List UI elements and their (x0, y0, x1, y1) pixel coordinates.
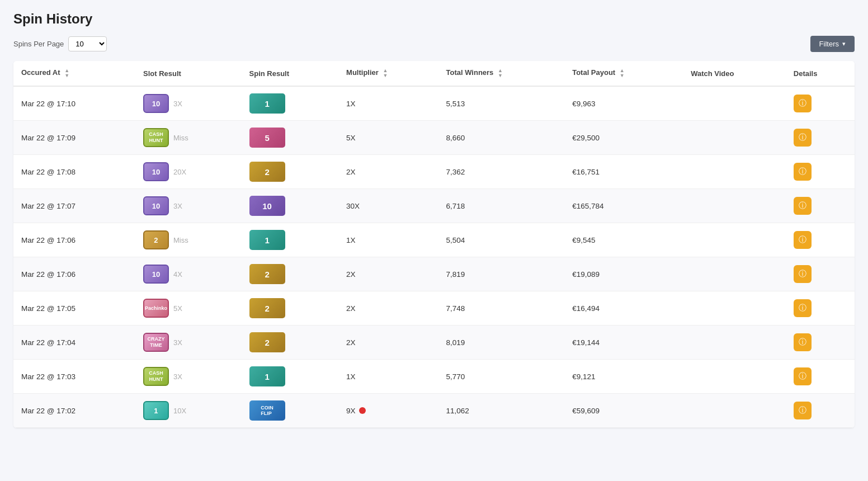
detail-button[interactable]: ⓘ (794, 129, 812, 147)
detail-button[interactable]: ⓘ (794, 402, 812, 419)
cell-occurred-at: Mar 22 @ 17:06 (13, 223, 135, 257)
cell-slot-result: 103X (135, 86, 242, 121)
slot-result-text: 3X (173, 372, 182, 381)
table-row: Mar 22 @ 17:09CASHHUNTMiss55X8,660€29,50… (13, 121, 855, 155)
slot-badge: 1 (143, 401, 169, 420)
cell-occurred-at: Mar 22 @ 17:09 (13, 121, 135, 155)
cell-multiplier: 1X (338, 86, 438, 121)
col-total-winners[interactable]: Total Winners ▲▼ (438, 61, 564, 86)
table-row: Mar 22 @ 17:06104X22X7,819€19,089ⓘ (13, 257, 855, 291)
cell-total-winners: 5,770 (438, 360, 564, 394)
slot-badge: CASHHUNT (143, 128, 169, 147)
page-title: Spin History (13, 11, 855, 27)
slot-badge: 10 (143, 265, 169, 284)
cell-occurred-at: Mar 22 @ 17:06 (13, 257, 135, 291)
cell-details: ⓘ (786, 326, 855, 360)
spin-history-table: Occured At ▲▼ Slot Result Spin Result Mu… (13, 61, 855, 428)
cell-details: ⓘ (786, 223, 855, 257)
cell-slot-result: CASHHUNT3X (135, 360, 242, 394)
multiplier-value: 9X (346, 407, 356, 415)
detail-button[interactable]: ⓘ (794, 197, 812, 215)
col-total-payout[interactable]: Total Payout ▲▼ (564, 61, 683, 86)
spin-badge: 2 (249, 264, 285, 284)
cell-watch-video (683, 326, 786, 360)
cell-occurred-at: Mar 22 @ 17:05 (13, 291, 135, 326)
cell-details: ⓘ (786, 86, 855, 121)
spin-badge: 1 (249, 93, 285, 114)
cell-occurred-at: Mar 22 @ 17:07 (13, 189, 135, 223)
col-occurred-at[interactable]: Occured At ▲▼ (13, 61, 135, 86)
cell-multiplier: 5X (338, 121, 438, 155)
detail-button[interactable]: ⓘ (794, 231, 812, 249)
cell-watch-video (683, 291, 786, 326)
col-watch-video: Watch Video (683, 61, 786, 86)
cell-watch-video (683, 86, 786, 121)
cell-multiplier: 1X (338, 223, 438, 257)
cell-details: ⓘ (786, 155, 855, 189)
slot-result-text: Miss (173, 236, 188, 244)
cell-multiplier: 2X (338, 326, 438, 360)
filters-button[interactable]: Filters (810, 36, 855, 52)
col-multiplier[interactable]: Multiplier ▲▼ (338, 61, 438, 86)
cell-total-winners: 6,718 (438, 189, 564, 223)
table-row: Mar 22 @ 17:10103X11X5,513€9,963ⓘ (13, 86, 855, 121)
slot-badge: Pachinko (143, 299, 169, 318)
detail-button[interactable]: ⓘ (794, 333, 812, 351)
cell-total-payout: €16,751 (564, 155, 683, 189)
cell-spin-result: 1 (242, 223, 339, 257)
table-header-row: Occured At ▲▼ Slot Result Spin Result Mu… (13, 61, 855, 86)
cell-watch-video (683, 121, 786, 155)
cell-spin-result: 2 (242, 257, 339, 291)
cell-occurred-at: Mar 22 @ 17:02 (13, 394, 135, 428)
cell-spin-result: COINFLIP (242, 394, 339, 428)
cell-details: ⓘ (786, 291, 855, 326)
cell-total-winners: 11,062 (438, 394, 564, 428)
cell-watch-video (683, 257, 786, 291)
slot-badge: 2 (143, 230, 169, 249)
cell-spin-result: 2 (242, 291, 339, 326)
cell-total-winners: 7,819 (438, 257, 564, 291)
cell-total-payout: €9,121 (564, 360, 683, 394)
sort-arrows-total-winners: ▲▼ (498, 68, 503, 78)
cell-spin-result: 2 (242, 155, 339, 189)
detail-button[interactable]: ⓘ (794, 163, 812, 181)
cell-total-winners: 5,504 (438, 223, 564, 257)
slot-result-text: Miss (173, 134, 188, 142)
red-dot-icon (359, 407, 366, 414)
detail-button[interactable]: ⓘ (794, 95, 812, 112)
cell-multiplier: 1X (338, 360, 438, 394)
cell-slot-result: CRAZYTIME3X (135, 326, 242, 360)
spins-per-page-select[interactable]: 10 25 50 (68, 36, 107, 51)
toolbar: Spins Per Page 10 25 50 Filters (13, 36, 855, 52)
cell-spin-result: 2 (242, 326, 339, 360)
cell-multiplier: 2X (338, 257, 438, 291)
cell-slot-result: 103X (135, 189, 242, 223)
slot-badge: CRAZYTIME (143, 333, 169, 352)
cell-total-winners: 5,513 (438, 86, 564, 121)
table-row: Mar 22 @ 17:081020X22X7,362€16,751ⓘ (13, 155, 855, 189)
cell-multiplier: 2X (338, 155, 438, 189)
cell-details: ⓘ (786, 189, 855, 223)
cell-watch-video (683, 189, 786, 223)
detail-button[interactable]: ⓘ (794, 367, 812, 385)
sort-arrows-total-payout: ▲▼ (620, 68, 625, 78)
table-row: Mar 22 @ 17:05Pachinko5X22X7,748€16,494ⓘ (13, 291, 855, 326)
detail-button[interactable]: ⓘ (794, 299, 812, 317)
cell-occurred-at: Mar 22 @ 17:10 (13, 86, 135, 121)
spin-badge: COINFLIP (249, 400, 285, 421)
slot-result-text: 20X (173, 168, 186, 176)
cell-total-payout: €59,609 (564, 394, 683, 428)
spin-badge: 2 (249, 162, 285, 182)
cell-total-payout: €9,545 (564, 223, 683, 257)
cell-multiplier: 2X (338, 291, 438, 326)
cell-watch-video (683, 394, 786, 428)
table-row: Mar 22 @ 17:062Miss11X5,504€9,545ⓘ (13, 223, 855, 257)
cell-multiplier: 30X (338, 189, 438, 223)
slot-badge: 10 (143, 196, 169, 215)
detail-button[interactable]: ⓘ (794, 265, 812, 283)
cell-spin-result: 1 (242, 360, 339, 394)
spins-per-page-label: Spins Per Page (13, 40, 64, 48)
cell-slot-result: 1020X (135, 155, 242, 189)
cell-slot-result: CASHHUNTMiss (135, 121, 242, 155)
spin-badge: 5 (249, 128, 285, 148)
